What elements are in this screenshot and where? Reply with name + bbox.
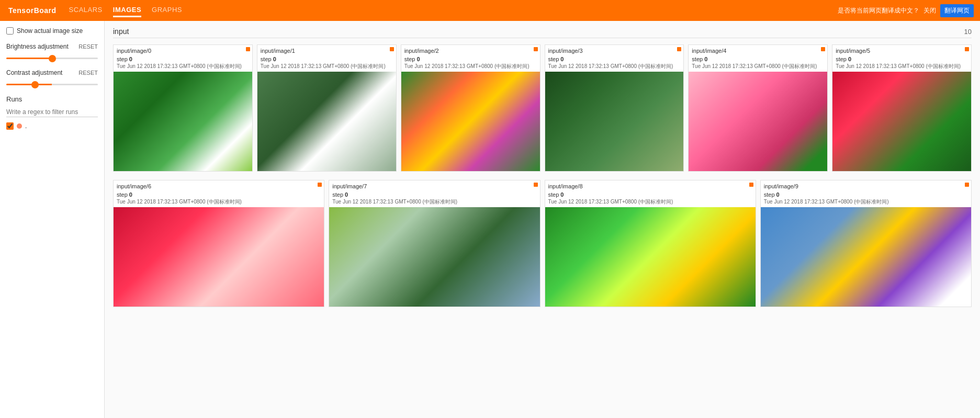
image-7-date: Tue Jun 12 2018 17:32:13 GMT+0800 (中国标准时… [329, 198, 539, 207]
section-title: input [113, 27, 129, 36]
image-0-indicator [246, 47, 250, 51]
image-4-thumbnail[interactable] [689, 72, 827, 171]
run-label: . [25, 122, 27, 130]
image-7-name: input/image/7 [332, 183, 367, 189]
brightness-section: Brightness adjustment RESET [6, 43, 98, 61]
image-card-2: input/image/2 step 0 Tue Jun 12 2018 17:… [401, 44, 540, 172]
brightness-reset-button[interactable]: RESET [78, 43, 98, 50]
image-grid-row1: input/image/0 step 0 Tue Jun 12 2018 17:… [113, 44, 972, 172]
image-3-thumbnail[interactable] [545, 72, 684, 171]
nav-scalars[interactable]: SCALARS [69, 4, 103, 17]
image-card-2-header: input/image/2 [401, 45, 540, 55]
image-5-date: Tue Jun 12 2018 17:32:13 GMT+0800 (中国标准时… [832, 63, 971, 72]
image-1-name: input/image/1 [261, 48, 295, 54]
navbar: TensorBoard SCALARS IMAGES GRAPHS 是否将当前网… [0, 0, 980, 21]
image-4-step-row: step 0 [689, 55, 827, 63]
contrast-slider[interactable] [6, 84, 98, 85]
image-4-step: step 0 [692, 56, 707, 62]
image-card-6: input/image/6 step 0 Tue Jun 12 2018 17:… [113, 180, 324, 307]
image-3-step-row: step 0 [545, 55, 684, 63]
nav-links: SCALARS IMAGES GRAPHS [69, 4, 182, 17]
image-7-step: step 0 [332, 191, 348, 198]
translate-question: 是否将当前网页翻译成中文？ [838, 6, 919, 15]
image-3-date: Tue Jun 12 2018 17:32:13 GMT+0800 (中国标准时… [545, 63, 684, 72]
image-2-indicator [534, 47, 538, 51]
image-card-6-header: input/image/6 [114, 180, 324, 191]
image-card-5-header: input/image/5 [832, 45, 971, 55]
image-5-step: step 0 [836, 56, 851, 62]
image-3-indicator [677, 47, 681, 51]
contrast-reset-button[interactable]: RESET [78, 70, 98, 76]
run-checkbox[interactable] [6, 122, 14, 130]
regex-input[interactable] [6, 107, 98, 117]
image-card-9-header: input/image/9 [761, 180, 971, 191]
image-5-step-row: step 0 [832, 55, 971, 63]
image-4-name: input/image/4 [692, 48, 726, 54]
image-9-step-row: step 0 [761, 191, 971, 198]
main-content: input 10 input/image/0 step 0 Tue Jun 12… [105, 21, 980, 418]
image-8-name: input/image/8 [548, 183, 583, 189]
image-5-name: input/image/5 [836, 48, 870, 54]
translate-bar: 是否将当前网页翻译成中文？ 关闭 翻译网页 [831, 0, 980, 21]
image-9-indicator [965, 183, 969, 187]
translate-close-button[interactable]: 关闭 [923, 6, 936, 15]
image-card-5: input/image/5 step 0 Tue Jun 12 2018 17:… [832, 44, 972, 172]
image-6-name: input/image/6 [117, 183, 151, 189]
image-2-step: step 0 [404, 56, 420, 62]
contrast-section: Contrast adjustment RESET [6, 69, 98, 87]
image-card-8-header: input/image/8 [545, 180, 756, 191]
image-card-8: input/image/8 step 0 Tue Jun 12 2018 17:… [545, 180, 756, 307]
image-0-thumbnail[interactable] [114, 72, 252, 171]
image-card-0-header: input/image/0 [114, 45, 252, 55]
image-6-thumbnail[interactable] [114, 207, 324, 307]
translate-button[interactable]: 翻译网页 [940, 4, 974, 17]
image-9-step: step 0 [764, 191, 780, 198]
nav-graphs[interactable]: GRAPHS [152, 4, 182, 17]
sidebar: Show actual image size Brightness adjust… [0, 21, 105, 418]
image-card-9: input/image/9 step 0 Tue Jun 12 2018 17:… [760, 180, 972, 307]
image-9-thumbnail[interactable] [761, 207, 971, 307]
image-8-thumbnail[interactable] [545, 207, 756, 307]
image-9-date: Tue Jun 12 2018 17:32:13 GMT+0800 (中国标准时… [761, 198, 971, 207]
run-item: . [6, 122, 98, 130]
brightness-header: Brightness adjustment RESET [6, 43, 98, 50]
image-5-thumbnail[interactable] [832, 72, 971, 171]
image-2-thumbnail[interactable] [401, 72, 540, 171]
image-8-indicator [749, 183, 753, 187]
image-card-7: input/image/7 step 0 Tue Jun 12 2018 17:… [329, 180, 540, 307]
image-8-step: step 0 [548, 191, 564, 198]
image-6-date: Tue Jun 12 2018 17:32:13 GMT+0800 (中国标准时… [114, 198, 324, 207]
brightness-slider[interactable] [6, 58, 98, 59]
image-card-4-header: input/image/4 [689, 45, 827, 55]
image-card-3-header: input/image/3 [545, 45, 684, 55]
image-0-step-row: step 0 [114, 55, 252, 63]
image-8-date: Tue Jun 12 2018 17:32:13 GMT+0800 (中国标准时… [545, 198, 756, 207]
image-4-indicator [821, 47, 825, 51]
image-7-thumbnail[interactable] [329, 207, 539, 307]
show-actual-size-row: Show actual image size [6, 27, 98, 35]
image-1-date: Tue Jun 12 2018 17:32:13 GMT+0800 (中国标准时… [257, 63, 396, 72]
image-2-date: Tue Jun 12 2018 17:32:13 GMT+0800 (中国标准时… [401, 63, 540, 72]
nav-images[interactable]: IMAGES [113, 4, 141, 17]
image-card-4: input/image/4 step 0 Tue Jun 12 2018 17:… [688, 44, 828, 172]
image-1-thumbnail[interactable] [257, 72, 396, 171]
image-2-name: input/image/2 [404, 48, 439, 54]
image-card-0: input/image/0 step 0 Tue Jun 12 2018 17:… [113, 44, 253, 172]
brightness-label: Brightness adjustment [6, 43, 69, 50]
image-1-step-row: step 0 [257, 55, 396, 63]
image-5-indicator [965, 47, 969, 51]
brand-logo: TensorBoard [8, 6, 57, 15]
image-card-1-header: input/image/1 [257, 45, 396, 55]
image-0-step: step 0 [117, 56, 132, 62]
image-4-date: Tue Jun 12 2018 17:32:13 GMT+0800 (中国标准时… [689, 63, 827, 72]
image-6-indicator [318, 183, 322, 187]
image-3-name: input/image/3 [548, 48, 583, 54]
image-card-7-header: input/image/7 [329, 180, 539, 191]
runs-title: Runs [6, 95, 98, 103]
main-layout: Show actual image size Brightness adjust… [0, 21, 980, 418]
section-count: 10 [964, 28, 972, 36]
image-1-step: step 0 [261, 56, 276, 62]
show-actual-size-checkbox[interactable] [6, 27, 14, 35]
run-color-dot [17, 123, 22, 129]
image-9-name: input/image/9 [764, 183, 798, 189]
